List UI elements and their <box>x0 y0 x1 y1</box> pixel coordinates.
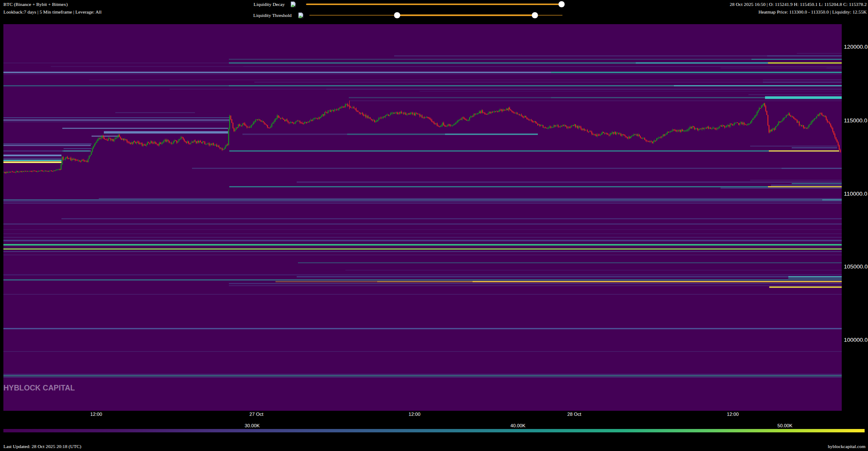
svg-text:12:00: 12:00 <box>409 412 420 417</box>
svg-text:27 Oct: 27 Oct <box>250 412 264 417</box>
svg-text:100000.0: 100000.0 <box>844 337 868 343</box>
svg-text:105000.0: 105000.0 <box>844 263 868 270</box>
svg-text:115000.0: 115000.0 <box>844 117 867 124</box>
svg-text:28 Oct 2025 16:50 | O: 115241.: 28 Oct 2025 16:50 | O: 115241.9 H: 11545… <box>730 2 867 7</box>
svg-text:50.00K: 50.00K <box>777 423 793 428</box>
svg-text:hyblockcapital.com: hyblockcapital.com <box>828 444 865 449</box>
svg-text:Liquidity Decay: Liquidity Decay <box>253 2 285 7</box>
svg-text:12:00: 12:00 <box>90 412 102 417</box>
svg-text:Lookback:7 days | 5 Min timefr: Lookback:7 days | 5 Min timeframe | Leve… <box>3 9 102 14</box>
svg-text:BTC (Binance + Bybit + Bitmex): BTC (Binance + Bybit + Bitmex) <box>3 2 68 7</box>
svg-text:HYBLOCK CAPITAL: HYBLOCK CAPITAL <box>3 384 75 392</box>
svg-text:Last Updated: 28 Oct 2025 20:1: Last Updated: 28 Oct 2025 20:18 (UTC) <box>3 444 81 449</box>
svg-text:40.00K: 40.00K <box>510 423 526 428</box>
svg-text:30.00K: 30.00K <box>245 423 260 428</box>
svg-text:28 Oct: 28 Oct <box>568 412 582 417</box>
svg-text:Liquidity Threshold: Liquidity Threshold <box>253 13 292 18</box>
svg-text:12:00: 12:00 <box>727 412 739 417</box>
svg-text:Heatmap Price: 113300.0 - 1133: Heatmap Price: 113300.0 - 113350.0 | Liq… <box>758 9 867 14</box>
svg-text:120000.0: 120000.0 <box>844 44 868 50</box>
svg-text:110000.0: 110000.0 <box>844 191 867 197</box>
